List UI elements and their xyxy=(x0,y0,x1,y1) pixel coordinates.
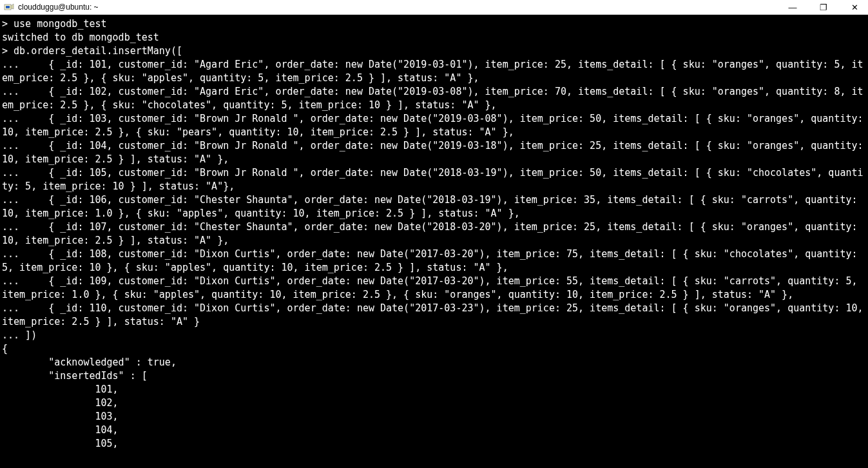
window-controls: — ❐ ✕ xyxy=(783,3,864,12)
app-window: cloudduggu@ubuntu: ~ — ❐ ✕ > use mongodb… xyxy=(0,0,868,468)
close-button[interactable]: ✕ xyxy=(845,3,864,12)
putty-icon xyxy=(4,2,14,12)
svg-rect-1 xyxy=(6,6,10,8)
maximize-button[interactable]: ❐ xyxy=(814,3,833,12)
terminal-output[interactable]: > use mongodb_test switched to db mongod… xyxy=(0,15,868,468)
window-title: cloudduggu@ubuntu: ~ xyxy=(18,3,783,12)
titlebar[interactable]: cloudduggu@ubuntu: ~ — ❐ ✕ xyxy=(0,0,868,15)
minimize-button[interactable]: — xyxy=(783,3,802,12)
